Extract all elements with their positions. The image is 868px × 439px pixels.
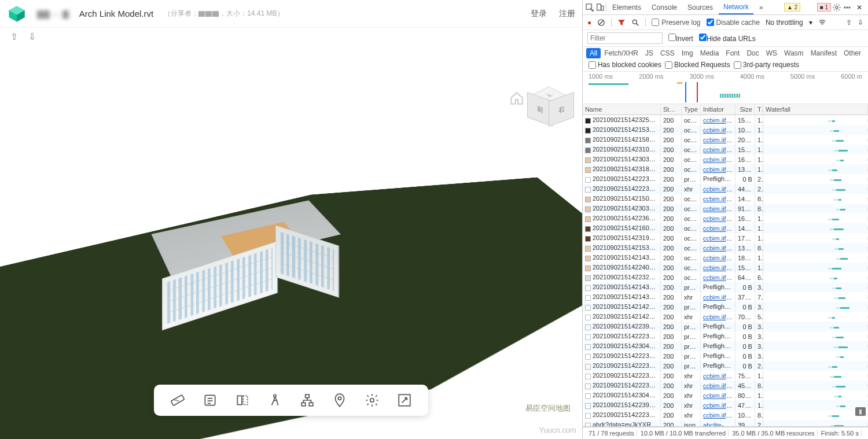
disable-cache-checkbox[interactable]: Disable cache [707, 19, 760, 27]
tab-elements[interactable]: Elements [608, 1, 646, 14]
table-row[interactable]: 20210902151422405983_...200octet...ccbim… [583, 263, 868, 272]
status-finish: Finish: 5.50 s [819, 430, 862, 437]
errors-badge[interactable]: ■ 1 [817, 3, 831, 12]
table-row[interactable]: 20210902151421430404_...200octet...ccbim… [583, 253, 868, 263]
clear-icon[interactable] [597, 19, 605, 27]
dock-icon[interactable] [843, 3, 852, 12]
warnings-badge[interactable]: ▲ 2 [784, 3, 800, 12]
view-cube[interactable]: 上 前 右 [532, 86, 565, 119]
table-row[interactable]: 20210902151422236067_...200xhrccbim.iife… [583, 410, 868, 420]
table-row[interactable]: 20210902151421502670_...200octet...ccbim… [583, 194, 868, 204]
table-row[interactable]: 20210902151422367894_...200octet...ccbim… [583, 213, 868, 223]
filter-input[interactable] [587, 32, 663, 44]
hide-dataurls-checkbox[interactable]: Hide data URLs [699, 34, 756, 43]
type-chip-manifest[interactable]: Manifest [807, 48, 840, 58]
table-row[interactable]: abdr?data=eyJkYXRhIjoiO...200jsonabclite… [583, 420, 868, 427]
inspect-icon[interactable] [585, 3, 594, 12]
table-row[interactable]: 20210902151421584702_...200octet...ccbim… [583, 135, 868, 145]
table-row[interactable]: 20210902151421535881_...200octet...ccbim… [583, 243, 868, 253]
building-mesh [162, 190, 347, 318]
import-icon[interactable]: ⇧ [846, 19, 852, 27]
type-chip-media[interactable]: Media [697, 48, 723, 58]
invert-checkbox[interactable]: Invert [668, 34, 693, 43]
tabs-more[interactable]: » [755, 1, 768, 14]
type-chip-ws[interactable]: WS [763, 48, 781, 58]
device-icon[interactable] [595, 3, 605, 12]
section-icon[interactable] [235, 393, 250, 408]
table-row[interactable]: 20210902151423109104_...200octet...ccbim… [583, 145, 868, 154]
properties-icon[interactable] [203, 393, 218, 408]
table-row[interactable]: 20210902151423198946_...200octet...ccbim… [583, 233, 868, 243]
register-link[interactable]: 注册 [559, 9, 575, 18]
chevron-down-icon[interactable]: ▾ [809, 19, 812, 27]
table-row[interactable]: 20210902151422234103_...200xhrccbim.iife… [583, 184, 868, 194]
svg-line-5 [176, 400, 176, 401]
filter-icon[interactable] [617, 19, 626, 27]
tab-sources[interactable]: Sources [683, 1, 718, 14]
svg-line-6 [178, 400, 178, 401]
svg-line-30 [637, 23, 639, 25]
svg-rect-14 [306, 394, 310, 397]
login-link[interactable]: 登录 [531, 9, 547, 18]
type-chip-all[interactable]: All [586, 48, 601, 58]
type-chip-fetchxhr[interactable]: Fetch/XHR [601, 48, 642, 58]
viewer-header: ▇▇ — ▇ Arch Link Model.rvt （分享者：▇▇▇，大小：1… [0, 0, 582, 28]
network-table[interactable]: Name Status Type Initiator Size T Waterf… [583, 104, 868, 427]
upload-icon[interactable]: ⇧ [10, 31, 18, 42]
sub-toolbar: ⇧ ⇩ [0, 28, 582, 46]
throttling-select[interactable]: No throttling [766, 19, 803, 27]
blocked-cookies-checkbox[interactable]: Has blocked cookies [589, 61, 661, 69]
watermark-map: 易臣空间地图 [525, 403, 571, 414]
table-row[interactable]: 20210902151423259487_...200octet...ccbim… [583, 115, 868, 125]
table-row[interactable]: 20210902151421609113_...200octet...ccbim… [583, 223, 868, 233]
table-row[interactable]: 20210902151422235087_...200xhrccbim.iife… [583, 371, 868, 381]
brand-logo[interactable] [7, 4, 27, 24]
record-icon[interactable]: ● [587, 19, 591, 27]
svg-point-29 [633, 20, 637, 24]
blocked-requests-checkbox[interactable]: Blocked Requests [665, 61, 730, 69]
gear-icon[interactable] [832, 3, 841, 12]
tab-network[interactable]: Network [719, 1, 753, 14]
download-icon[interactable]: ⇩ [28, 31, 36, 42]
table-row[interactable]: 20210902151422237037_...200prefl...Prefl… [583, 361, 868, 371]
network-timeline[interactable]: 1000 ms2000 ms3000 ms4000 ms5000 ms6000 … [583, 72, 868, 104]
third-party-checkbox[interactable]: 3rd-party requests [734, 61, 799, 69]
type-chip-js[interactable]: JS [642, 48, 657, 58]
location-icon[interactable] [332, 393, 347, 408]
table-row[interactable]: 20210902151422393290_...200xhrccbim.iife… [583, 400, 868, 410]
model-viewer: ▇▇ — ▇ Arch Link Model.rvt （分享者：▇▇▇，大小：1… [0, 0, 582, 439]
table-row[interactable]: 20210902151422234103_...200prefl...Prefl… [583, 174, 868, 184]
settings-icon[interactable] [365, 393, 380, 408]
type-chip-doc[interactable]: Doc [743, 48, 762, 58]
svg-line-28 [599, 20, 604, 24]
type-chip-css[interactable]: CSS [657, 48, 678, 58]
preserve-log-checkbox[interactable]: Preserve log [652, 19, 700, 27]
status-transferred: 10.0 MB / 10.0 MB transferred [638, 430, 729, 437]
status-resources: 35.0 MB / 35.0 MB resources [730, 430, 817, 437]
type-chip-other[interactable]: Other [840, 48, 865, 58]
table-row[interactable]: 20210902151421427472_...200prefl...Prefl… [583, 302, 868, 312]
fullscreen-icon[interactable] [397, 393, 412, 408]
viewport-3d[interactable]: 上 前 右 易臣空间地图 Yuucn.com [0, 46, 582, 439]
table-row[interactable]: 20210902151423041722_...200xhrccbim.iife… [583, 390, 868, 400]
svg-rect-15 [301, 403, 306, 405]
home-icon[interactable] [509, 91, 524, 108]
type-chip-wasm[interactable]: Wasm [781, 48, 807, 58]
type-chip-img[interactable]: Img [678, 48, 697, 58]
svg-line-4 [174, 399, 174, 400]
table-row[interactable]: 20210902151423032929_...200octet...ccbim… [583, 204, 868, 213]
walk-icon[interactable] [267, 393, 282, 408]
export-icon[interactable]: ⇩ [858, 19, 863, 27]
search-icon[interactable] [631, 19, 639, 27]
tab-console[interactable]: Console [647, 1, 682, 14]
table-row[interactable]: 20210902151422237037_...200xhrccbim.iife… [583, 381, 868, 390]
close-icon[interactable]: ✕ [853, 3, 866, 12]
table-row[interactable]: 20210902151421431383_...200prefl...Prefl… [583, 282, 868, 292]
table-row[interactable]: 20210902151423034882_...200octet...ccbim… [583, 154, 868, 164]
tree-icon[interactable] [300, 393, 315, 408]
type-chip-font[interactable]: Font [722, 48, 743, 58]
network-config-icon[interactable] [818, 19, 826, 27]
table-row[interactable]: 20210902151421531963_...200octet...ccbim… [583, 125, 868, 135]
measure-icon[interactable] [170, 393, 185, 408]
devtools-tabs: Elements Console Sources Network » ▲ 2 ■… [583, 0, 868, 15]
